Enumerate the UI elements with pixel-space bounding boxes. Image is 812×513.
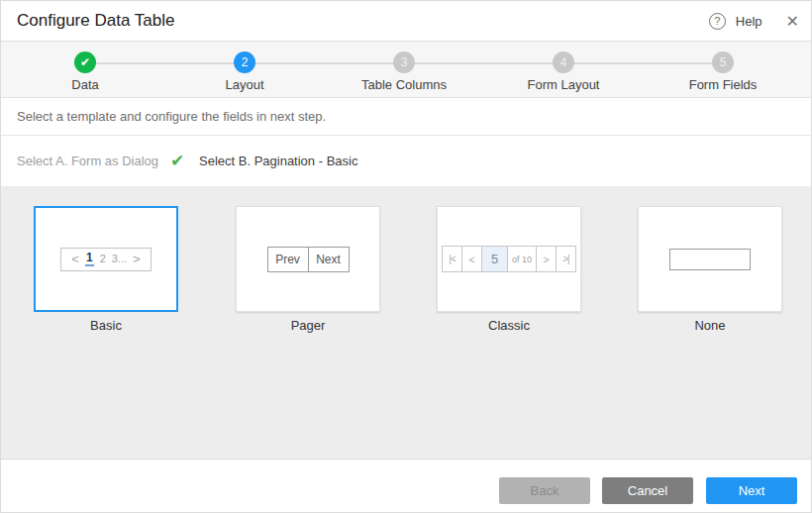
- preview-current-page: 5: [481, 246, 508, 272]
- step-label: Form Fields: [654, 77, 792, 92]
- template-card-classic[interactable]: |< < 5 of 10 > >|: [437, 206, 581, 312]
- chevron-left-icon: <: [71, 253, 79, 265]
- help-icon[interactable]: ?: [709, 13, 726, 30]
- template-label-classic: Classic: [437, 318, 581, 333]
- template-label-basic: Basic: [34, 318, 178, 333]
- next-button[interactable]: Next: [706, 477, 797, 504]
- select-a-label: Select A. Form as Dialog: [17, 154, 158, 168]
- step-label: Form Layout: [494, 77, 633, 92]
- preview-page-ellipsis: 3...: [112, 254, 127, 264]
- step-table-columns[interactable]: 3 Table Columns: [335, 42, 473, 92]
- step-label: Table Columns: [335, 77, 473, 92]
- preview-prev-button: Prev: [267, 247, 309, 272]
- chevron-right-icon: >: [133, 253, 141, 265]
- pagination-pager-preview: Prev Next: [267, 247, 350, 272]
- template-card-pager[interactable]: Prev Next: [236, 206, 380, 312]
- chevron-right-icon: >: [536, 246, 557, 272]
- template-card-none[interactable]: [638, 206, 782, 312]
- wizard-stepper: ✔ Data 2 Layout 3 Table Columns 4 Form L…: [1, 42, 812, 98]
- selection-summary-row: Select A. Form as Dialog ✔ Select B. Pag…: [1, 136, 812, 186]
- preview-page: 2: [100, 254, 106, 264]
- chevron-left-icon: <: [461, 246, 482, 272]
- last-page-icon: >|: [556, 246, 576, 272]
- step-data[interactable]: ✔ Data: [16, 42, 154, 92]
- help-button[interactable]: Help: [736, 14, 762, 29]
- preview-page-current: 1: [85, 252, 94, 266]
- step-layout[interactable]: 2 Layout: [175, 42, 314, 92]
- step-form-fields[interactable]: 5 Form Fields: [654, 42, 792, 92]
- dialog-header: Configure Data Table ? Help ✕: [1, 1, 812, 42]
- step-form-layout[interactable]: 4 Form Layout: [494, 42, 633, 92]
- preview-next-button: Next: [308, 247, 350, 272]
- step-label: Data: [16, 77, 154, 92]
- pagination-basic-preview: < 1 2 3... >: [60, 248, 152, 271]
- dialog-title: Configure Data Table: [17, 11, 174, 31]
- template-card-basic[interactable]: < 1 2 3... >: [34, 206, 178, 312]
- step-complete-check-icon: ✔: [74, 51, 96, 73]
- first-page-icon: |<: [442, 246, 462, 272]
- step-number: 5: [712, 51, 734, 73]
- step-number: 2: [234, 51, 255, 73]
- instruction-text: Select a template and configure the fiel…: [17, 109, 326, 124]
- step-number: 3: [393, 51, 415, 73]
- pagination-classic-preview: |< < 5 of 10 > >|: [442, 246, 576, 272]
- template-picker: < 1 2 3... > Basic Prev Next Pager |< < …: [1, 186, 812, 460]
- cancel-button[interactable]: Cancel: [602, 477, 693, 504]
- template-label-none: None: [638, 318, 782, 333]
- template-label-pager: Pager: [236, 318, 380, 333]
- dialog-footer: Back Cancel Next: [1, 460, 812, 513]
- pagination-none-preview: [669, 249, 751, 270]
- check-icon: ✔: [170, 153, 184, 169]
- step-label: Layout: [175, 77, 314, 92]
- instruction-row: Select a template and configure the fiel…: [1, 98, 812, 136]
- close-icon[interactable]: ✕: [786, 12, 799, 31]
- back-button[interactable]: Back: [499, 477, 590, 504]
- configure-data-table-dialog: Configure Data Table ? Help ✕ ✔ Data 2 L…: [0, 0, 812, 513]
- select-b-label: Select B. Pagination - Basic: [199, 154, 357, 168]
- step-number: 4: [553, 51, 574, 73]
- preview-page-count: of 10: [507, 246, 537, 272]
- header-actions: ? Help ✕: [709, 1, 799, 41]
